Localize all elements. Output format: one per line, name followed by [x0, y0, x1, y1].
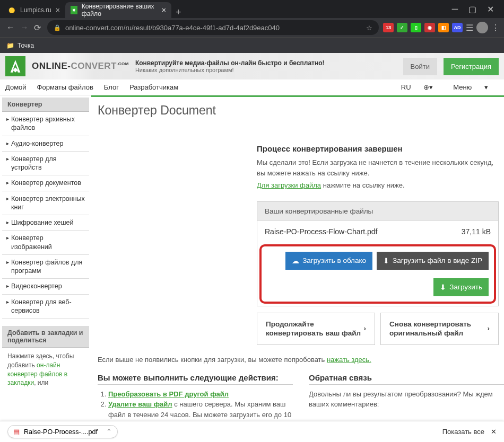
feedback-text: Довольны ли вы результатом преобразовани…: [309, 389, 504, 410]
page-title: Конвертер Document: [98, 103, 504, 118]
ext-icon[interactable]: AD: [452, 23, 463, 32]
download-zip-button[interactable]: ⬇ Загрузить файл в виде ZIP: [377, 252, 489, 270]
tab-title: Конвертирование ваших файло: [82, 3, 158, 17]
section-header: Обратная связь: [309, 373, 504, 385]
sidebar-item[interactable]: Видеоконвертер: [2, 279, 89, 294]
page-content: ONLINE-CONVERT.COM Конвертируйте медиа-ф…: [0, 53, 504, 424]
convert-again-button[interactable]: Снова конвертировать оригинальный файл ›: [380, 313, 499, 345]
lang-selector[interactable]: RU ⊕▾: [401, 83, 433, 91]
url-text: online-convert.com/ru/result/b930a77a-e4…: [65, 24, 280, 32]
minimize-icon[interactable]: ─: [452, 4, 458, 14]
tab-lumpics[interactable]: 🟡 Lumpics.ru ×: [2, 2, 65, 18]
action-link[interactable]: Преобразовать в PDF другой файл: [108, 390, 229, 398]
show-all-button[interactable]: Показать все: [442, 428, 484, 436]
main-column: Конвертер Document Процесс конвертирован…: [91, 95, 504, 424]
bookmark-item[interactable]: Точка: [18, 42, 34, 49]
sidebar-item[interactable]: Конвертер архивных файлов: [2, 112, 89, 136]
status-link-row: Для загрузки файла нажмите на ссылку ниж…: [257, 180, 499, 191]
nav-blog[interactable]: Блог: [104, 83, 119, 91]
logo-text[interactable]: ONLINE-CONVERT.COM: [32, 61, 129, 72]
close-icon[interactable]: ×: [162, 6, 166, 14]
browser-title-bar: 🟡 Lumpics.ru × ✖ Конвертирование ваших ф…: [0, 0, 504, 18]
url-input[interactable]: 🔒 online-convert.com/ru/result/b930a77a-…: [47, 20, 379, 35]
favicon: ✖: [71, 6, 77, 14]
star-icon[interactable]: ☆: [366, 24, 372, 32]
file-size: 37,11 kB: [462, 227, 491, 236]
ext-icon[interactable]: ◧: [438, 23, 449, 32]
lock-icon: 🔒: [54, 24, 61, 31]
close-icon[interactable]: ✕: [487, 4, 494, 14]
site-header: ONLINE-CONVERT.COM Конвертируйте медиа-ф…: [0, 53, 504, 79]
favicon: 🟡: [7, 6, 16, 14]
sidebar-item[interactable]: Конвертер для веб-сервисов: [2, 295, 89, 319]
logo-icon[interactable]: [5, 56, 25, 76]
register-button[interactable]: Регистрация: [444, 58, 499, 75]
ext-icon[interactable]: 13: [383, 23, 394, 32]
brand-part: ONLINE-: [32, 61, 71, 71]
files-box: Ваши конвертированные файлы Raise-PO-Pro…: [257, 201, 499, 306]
tagline: Конвертируйте медиа-файлы он-лайн быстро…: [135, 59, 397, 73]
nav-buttons: ← → ⟳: [4, 23, 43, 33]
sidebar-bookmark-text: Нажмите здесь, чтобы добавить он-лайн ко…: [2, 348, 89, 392]
download-filename: Raise-PO-Process-....pdf: [24, 428, 98, 436]
sidebar-item[interactable]: Конвертер электронных книг: [2, 191, 89, 216]
nav-formats[interactable]: Форматы файлов: [37, 83, 93, 91]
downloads-bar: ▤ Raise-PO-Process-....pdf ⌃ Показать вс…: [0, 421, 504, 442]
upload-cloud-button[interactable]: ☁ Загрузить в облако: [285, 252, 372, 270]
sidebar-item[interactable]: Аудио-конвертер: [2, 136, 89, 152]
menu-icon[interactable]: ⋮: [491, 23, 500, 33]
reload-icon[interactable]: ⟳: [34, 23, 41, 33]
nav-dev[interactable]: Разработчикам: [129, 83, 178, 91]
window-controls: ─ ▢ ✕: [444, 4, 502, 14]
brand-part: CONVERT: [71, 61, 117, 71]
download-item[interactable]: ▤ Raise-PO-Process-....pdf ⌃: [7, 425, 118, 438]
tab-title: Lumpics.ru: [20, 6, 51, 14]
tab-convert[interactable]: ✖ Конвертирование ваших файло ×: [65, 2, 171, 18]
next-actions: Вы можете выполнить следующие действия: …: [98, 373, 293, 424]
file-name: Raise-PO-Process-Flow-Chart.pdf: [265, 227, 462, 236]
fallback-link[interactable]: нажать здесь.: [327, 356, 371, 364]
back-icon[interactable]: ←: [6, 23, 15, 33]
action-link[interactable]: Удалите ваш файл: [108, 400, 172, 408]
reading-list-icon[interactable]: ☰: [466, 23, 473, 33]
menu-selector[interactable]: Меню ▾: [453, 83, 488, 91]
feedback: Обратная связь Довольны ли вы результато…: [309, 373, 504, 424]
extensions: 13 ✓ ▯ ◉ ◧ AD ☰ ⋮: [383, 22, 500, 33]
files-header: Ваши конвертированные файлы: [257, 202, 498, 220]
action-row: Продолжайте конвертировать ваш файл › Сн…: [257, 313, 499, 345]
continue-convert-button[interactable]: Продолжайте конвертировать ваш файл ›: [257, 313, 375, 345]
close-icon[interactable]: ×: [56, 6, 60, 14]
download-link[interactable]: Для загрузки файла: [257, 181, 321, 189]
ext-icon[interactable]: ◉: [424, 23, 435, 32]
chevron-up-icon[interactable]: ⌃: [106, 428, 112, 436]
file-row: Raise-PO-Process-Flow-Chart.pdf 37,11 kB: [257, 220, 498, 242]
ext-icon[interactable]: ✓: [397, 23, 407, 32]
chevron-right-icon: ›: [488, 324, 490, 333]
sidebar-item[interactable]: Шифрование хешей: [2, 215, 89, 231]
sidebar-item[interactable]: Конвертер файлов для программ: [2, 255, 89, 279]
two-columns: Вы можете выполнить следующие действия: …: [98, 373, 504, 424]
login-button[interactable]: Войти: [403, 58, 437, 75]
nav-home[interactable]: Домой: [5, 83, 27, 91]
download-buttons-highlight: ☁ Загрузить в облако ⬇ Загрузить файл в …: [259, 244, 496, 304]
sidebar-item[interactable]: Конвертер документов: [2, 175, 89, 191]
pdf-icon: ▤: [13, 428, 20, 436]
main-layout: Конвертер Конвертер архивных файлов Ауди…: [0, 95, 504, 424]
sidebar-header: Конвертер: [2, 98, 89, 112]
site-nav: Домой Форматы файлов Блог Разработчикам …: [0, 79, 504, 95]
section-header: Вы можете выполнить следующие действия:: [98, 373, 293, 385]
ext-icon[interactable]: ▯: [411, 23, 421, 32]
forward-icon[interactable]: →: [20, 23, 29, 33]
tagline-sub: Никаких дополнительных программ!: [135, 67, 397, 73]
profile-icon[interactable]: [476, 22, 488, 33]
close-icon[interactable]: ✕: [491, 428, 497, 436]
sidebar-item[interactable]: Конвертер для устройств: [2, 152, 89, 176]
cloud-icon: ☁: [292, 257, 299, 265]
list-item: Преобразовать в PDF другой файл: [108, 389, 293, 400]
bookmark-folder-icon: 📁: [6, 42, 14, 49]
download-button[interactable]: ⬇ Загрузить: [433, 278, 489, 296]
fallback-note: Если выше не появились кнопки для загруз…: [98, 356, 504, 364]
maximize-icon[interactable]: ▢: [468, 4, 476, 14]
new-tab-button[interactable]: +: [176, 7, 181, 18]
sidebar-item[interactable]: Конвертер изображений: [2, 231, 89, 255]
